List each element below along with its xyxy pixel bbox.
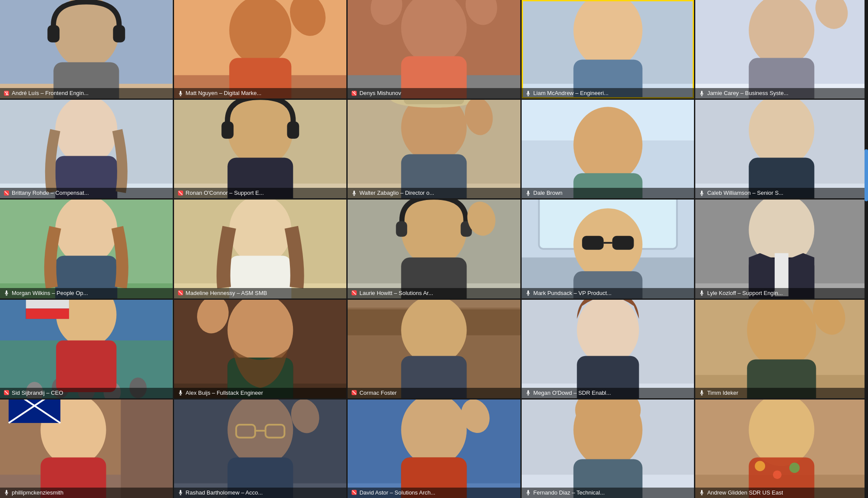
participant-name: Rashad Bartholomew – Acco... xyxy=(186,489,263,496)
svg-rect-5 xyxy=(113,25,125,43)
svg-rect-91 xyxy=(396,221,408,237)
tile-megan-odowd[interactable]: Megan O'Dowd – SDR Enabl... xyxy=(522,300,694,398)
tile-madeline-hennessy[interactable]: Madeline Hennessy – ASM SMB xyxy=(174,200,347,298)
tile-andrew-glidden[interactable]: Andrew Glidden SDR US East xyxy=(695,400,868,498)
tile-lyle-kozloff[interactable]: Lyle Kozloff – Support Engin... xyxy=(695,200,868,298)
tile-brittany-rohde[interactable]: Brittany Rohde – Compensat... xyxy=(0,100,173,198)
svg-rect-47 xyxy=(221,121,233,139)
tile-fernando-diaz[interactable]: Fernando Diaz – Technical... xyxy=(522,400,694,498)
svg-rect-102 xyxy=(612,236,634,250)
tile-mark-pundsack[interactable]: Mark Pundsack – VP Product... xyxy=(522,200,694,298)
scrollbar[interactable] xyxy=(865,0,868,498)
participant-name: Liam McAndrew – Engineeri... xyxy=(533,90,608,96)
name-bar-lyle: Lyle Kozloff – Support Engin... xyxy=(695,288,868,298)
participant-name: Fernando Diaz – Technical... xyxy=(533,489,605,496)
participant-name: Lyle Kozloff – Support Engin... xyxy=(707,290,783,296)
svg-rect-48 xyxy=(287,121,299,139)
name-bar-caleb: Caleb Williamson – Senior S... xyxy=(695,188,868,198)
svg-rect-56 xyxy=(404,100,464,104)
tile-caleb-williamson[interactable]: Caleb Williamson – Senior S... xyxy=(695,100,868,198)
name-bar-alex: Alex Buijs – Fullstack Engineer xyxy=(174,388,347,398)
tile-dale-brown[interactable]: Dale Brown xyxy=(522,100,694,198)
tile-matt-nguyen[interactable]: Matt Nguyen – Digital Marke... xyxy=(174,0,347,98)
tile-walter-zabaglio[interactable]: Walter Zabaglio – Director o... xyxy=(348,100,520,198)
svg-point-204 xyxy=(773,470,782,479)
participant-name: Laurie Howitt – Solutions Ar... xyxy=(359,290,433,296)
svg-rect-124 xyxy=(26,300,69,308)
name-bar-david-astor: David Astor – Solutions Arch... xyxy=(348,488,520,498)
scrollbar-thumb[interactable] xyxy=(865,149,868,201)
name-bar-jamie: Jamie Carey – Business Syste... xyxy=(695,88,868,98)
participant-name: Ronan O'Connor – Support E... xyxy=(186,190,264,196)
participant-name: Denys Mishunov xyxy=(359,90,401,96)
svg-point-205 xyxy=(789,462,800,473)
name-bar-laurie: Laurie Howitt – Solutions Ar... xyxy=(348,288,520,298)
participant-name: Megan O'Dowd – SDR Enabl... xyxy=(533,390,611,396)
tile-liam-mcandrew[interactable]: Liam McAndrew – Engineeri... xyxy=(522,0,694,98)
svg-rect-121 xyxy=(56,340,116,392)
participant-name: David Astor – Solutions Arch... xyxy=(359,489,435,496)
tile-andre-luis[interactable]: André Luís – Frontend Engin... xyxy=(0,0,173,98)
tile-jamie-carey[interactable]: Jamie Carey – Business Syste... xyxy=(695,0,868,98)
tile-laurie-howitt[interactable]: Laurie Howitt – Solutions Ar... xyxy=(348,200,520,298)
tile-cormac-foster[interactable]: Cormac Foster xyxy=(348,300,520,398)
name-bar-matt-nguyen: Matt Nguyen – Digital Marke... xyxy=(174,88,347,98)
name-bar-brittany: Brittany Rohde – Compensat... xyxy=(0,188,173,198)
participant-name: Morgan Wilkins – People Op... xyxy=(12,290,88,296)
name-bar-rashad: Rashad Bartholomew – Acco... xyxy=(174,488,347,498)
svg-rect-125 xyxy=(26,308,69,319)
tile-david-astor[interactable]: David Astor – Solutions Arch... xyxy=(348,400,520,498)
name-bar-mark: Mark Pundsack – VP Product... xyxy=(522,288,694,298)
svg-rect-4 xyxy=(47,25,59,43)
name-bar-timm: Timm Ideker xyxy=(695,388,868,398)
tile-sid-sijbrandij[interactable]: Sid Sijbrandij – CEO xyxy=(0,300,173,398)
participant-name: Caleb Williamson – Senior S... xyxy=(707,190,783,196)
video-grid: André Luís – Frontend Engin... Matt Nguy… xyxy=(0,0,868,498)
participant-name: Matt Nguyen – Digital Marke... xyxy=(186,90,262,96)
participant-name: Andrew Glidden SDR US East xyxy=(707,489,783,496)
participant-name: Madeline Hennessy – ASM SMB xyxy=(186,290,267,296)
name-bar-phillip: phillipmckenziesmith xyxy=(0,488,173,498)
name-bar-cormac: Cormac Foster xyxy=(348,388,520,398)
participant-name: phillipmckenziesmith xyxy=(12,489,63,496)
svg-rect-101 xyxy=(582,236,604,250)
tile-denys-mishunov[interactable]: Denys Mishunov xyxy=(348,0,520,98)
tile-phillip[interactable]: phillipmckenziesmith xyxy=(0,400,173,498)
tile-alex-buijs[interactable]: Alex Buijs – Fullstack Engineer xyxy=(174,300,347,398)
name-bar-sid: Sid Sijbrandij – CEO xyxy=(0,388,173,398)
name-bar-andre-luis: André Luís – Frontend Engin... xyxy=(0,88,173,98)
participant-name: Timm Ideker xyxy=(707,390,738,396)
participant-name: Dale Brown xyxy=(533,190,562,196)
svg-rect-163 xyxy=(121,400,172,498)
svg-point-65 xyxy=(573,107,642,183)
name-bar-madeline: Madeline Hennessy – ASM SMB xyxy=(174,288,347,298)
participant-name: Brittany Rohde – Compensat... xyxy=(12,190,89,196)
participant-name: Jamie Carey – Business Syste... xyxy=(707,90,788,96)
svg-rect-169 xyxy=(9,400,60,423)
tile-ronan-oconnor[interactable]: Ronan O'Connor – Support E... xyxy=(174,100,347,198)
participant-name: Cormac Foster xyxy=(359,390,397,396)
participant-name: André Luís – Frontend Engin... xyxy=(12,90,89,96)
name-bar-dale: Dale Brown xyxy=(522,188,694,198)
name-bar-walter: Walter Zabaglio – Director o... xyxy=(348,188,520,198)
name-bar-ronan: Ronan O'Connor – Support E... xyxy=(174,188,347,198)
name-bar-denys: Denys Mishunov xyxy=(348,88,520,98)
participant-name: Alex Buijs – Fullstack Engineer xyxy=(186,390,263,396)
participant-name: Mark Pundsack – VP Product... xyxy=(533,290,612,296)
tile-rashad[interactable]: Rashad Bartholomew – Acco... xyxy=(174,400,347,498)
tile-timm-ideker[interactable]: Timm Ideker xyxy=(695,300,868,398)
name-bar-andrew: Andrew Glidden SDR US East xyxy=(695,488,868,498)
name-bar-fernando: Fernando Diaz – Technical... xyxy=(522,488,694,498)
svg-point-203 xyxy=(755,461,766,471)
participant-name: Sid Sijbrandij – CEO xyxy=(12,390,63,396)
name-bar-megan: Megan O'Dowd – SDR Enabl... xyxy=(522,388,694,398)
name-bar-liam: Liam McAndrew – Engineeri... xyxy=(522,88,694,98)
participant-name: Walter Zabaglio – Director o... xyxy=(359,190,434,196)
tile-morgan-wilkins[interactable]: Morgan Wilkins – People Op... xyxy=(0,200,173,298)
name-bar-morgan: Morgan Wilkins – People Op... xyxy=(0,288,173,298)
